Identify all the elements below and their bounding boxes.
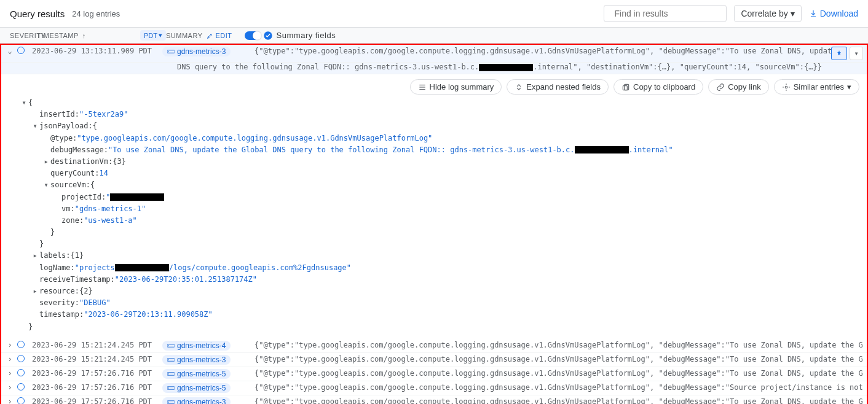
download-button[interactable]: Download: [809, 9, 858, 18]
similar-entries-button[interactable]: Similar entries ▾: [774, 79, 859, 95]
severity-indicator: [15, 355, 27, 364]
download-icon: [809, 9, 818, 18]
edit-summary-button[interactable]: EDIT: [207, 32, 232, 39]
find-input[interactable]: [614, 9, 722, 18]
summary-cell: {"@type":"type.googleapis.com/google.com…: [254, 397, 863, 404]
instance-icon: [167, 357, 175, 362]
pin-button[interactable]: [831, 47, 847, 60]
hide-log-summary-button[interactable]: Hide log summary: [410, 79, 502, 95]
expand-icon: [515, 83, 523, 91]
summary-cell: {"@type":"type.googleapis.com/google.com…: [254, 341, 863, 349]
svg-point-14: [168, 359, 170, 360]
sparkle-icon: [782, 83, 791, 91]
redacted-text: [110, 193, 164, 201]
svg-point-20: [168, 402, 170, 403]
timestamp-cell: 2023-06-29 15:21:24.245 PDT: [27, 341, 162, 349]
resource-chip[interactable]: gdns-metrics-5: [162, 369, 231, 379]
json-detail: ▾{ insertId: "-5texr2a9" ▾jsonPayload: {…: [1, 95, 867, 339]
chevron-down-icon: ▾: [847, 82, 851, 91]
summary-cell: {"@type":"type.googleapis.com/google.com…: [254, 355, 863, 363]
redacted-text: [479, 64, 533, 71]
col-severity: SEVERITY: [5, 32, 37, 39]
tree-toggle[interactable]: ▾: [42, 179, 50, 191]
severity-indicator: [15, 341, 27, 350]
log-row[interactable]: › 2023-06-29 17:57:26.716 PDT gdns-metri…: [1, 367, 867, 381]
expand-nested-button[interactable]: Expand nested fields: [507, 79, 609, 95]
timestamp-cell: 2023-06-29 17:57:26.716 PDT: [27, 397, 162, 404]
resource-chip[interactable]: gdns-metrics-3: [162, 397, 231, 404]
find-in-results[interactable]: [604, 5, 727, 22]
expand-icon[interactable]: ›: [5, 383, 15, 392]
timezone-button[interactable]: PDT ▾: [140, 30, 166, 41]
tree-toggle[interactable]: ▸: [42, 156, 50, 168]
detail-toolbar: Hide log summary Expand nested fields Co…: [1, 74, 867, 95]
redacted-text: [115, 264, 169, 271]
copy-clipboard-button[interactable]: Copy to clipboard: [614, 79, 703, 95]
list-icon: [418, 83, 427, 91]
row-menu-button[interactable]: ▾: [850, 47, 863, 60]
log-row[interactable]: › 2023-06-29 17:57:26.716 PDT gdns-metri…: [1, 395, 867, 404]
link-icon: [716, 83, 725, 91]
clipboard-icon: [621, 83, 630, 91]
page-title: Query results: [10, 9, 65, 19]
svg-point-4: [168, 51, 170, 52]
correlate-by-button[interactable]: Correlate by ▾: [734, 5, 801, 22]
summary-cell: {"@type":"type.googleapis.com/google.com…: [254, 369, 863, 378]
timestamp-cell: 2023-06-29 17:57:26.716 PDT: [27, 383, 162, 392]
instance-icon: [167, 49, 175, 54]
severity-indicator: [15, 47, 27, 56]
svg-point-16: [168, 373, 170, 375]
tree-toggle[interactable]: ▸: [31, 286, 39, 297]
instance-icon: [167, 371, 175, 376]
pencil-icon: [207, 32, 214, 39]
col-timestamp[interactable]: TIMESTAMP ↑ PDT ▾: [37, 30, 166, 41]
tree-toggle[interactable]: ▾: [20, 97, 28, 109]
resource-chip[interactable]: gdns-metrics-3: [162, 47, 231, 56]
svg-point-18: [168, 387, 170, 389]
expand-icon[interactable]: ›: [5, 369, 15, 378]
tree-toggle[interactable]: ▾: [31, 120, 39, 132]
svg-rect-8: [625, 84, 629, 90]
resource-chip[interactable]: gdns-metrics-5: [162, 383, 231, 393]
summary-continuation: DNS query to the following Zonal FQDN:: …: [1, 63, 867, 74]
expand-icon[interactable]: ›: [5, 355, 15, 363]
severity-indicator: [15, 397, 27, 404]
collapse-icon[interactable]: ⌄: [5, 47, 15, 55]
severity-indicator: [15, 369, 27, 378]
svg-point-10: [785, 86, 787, 88]
log-row[interactable]: › 2023-06-29 15:21:24.245 PDT gdns-metri…: [1, 353, 867, 367]
chevron-down-icon: ▾: [791, 9, 795, 18]
columns-header: SEVERITY TIMESTAMP ↑ PDT ▾ SUMMARY EDIT …: [0, 28, 868, 44]
summary-cell: {"@type":"type.googleapis.com/google.com…: [254, 383, 863, 392]
tree-toggle[interactable]: ▸: [31, 250, 39, 262]
log-row[interactable]: › 2023-06-29 17:57:26.716 PDT gdns-metri…: [1, 381, 867, 395]
timestamp-cell: 2023-06-29 13:13:11.909 PDT: [27, 47, 162, 55]
col-summary: SUMMARY: [166, 32, 203, 39]
chevron-down-icon: ▾: [159, 31, 162, 39]
svg-rect-9: [623, 85, 627, 90]
summary-cell: {"@type":"type.googleapis.com/google.com…: [254, 47, 831, 55]
timestamp-cell: 2023-06-29 17:57:26.716 PDT: [27, 369, 162, 378]
svg-point-12: [168, 345, 170, 346]
instance-icon: [167, 343, 175, 348]
top-bar: Query results 24 log entries Correlate b…: [0, 0, 868, 28]
severity-indicator: [15, 383, 27, 392]
timestamp-cell: 2023-06-29 15:21:24.245 PDT: [27, 355, 162, 363]
log-row[interactable]: › 2023-06-29 15:21:24.245 PDT gdns-metri…: [1, 339, 867, 353]
expand-icon[interactable]: ›: [5, 341, 15, 349]
summary-fields-label: Summary fields: [277, 31, 336, 40]
check-badge-icon: [263, 31, 273, 41]
copy-link-button[interactable]: Copy link: [708, 79, 768, 95]
pin-icon: [835, 50, 843, 57]
correlate-label: Correlate by: [741, 9, 787, 18]
resource-chip[interactable]: gdns-metrics-3: [162, 355, 231, 365]
log-row-expanded[interactable]: ⌄ 2023-06-29 13:13:11.909 PDT gdns-metri…: [1, 45, 867, 63]
instance-icon: [167, 400, 175, 404]
sort-asc-icon: ↑: [82, 32, 86, 39]
redacted-text: [575, 146, 629, 153]
resource-chip[interactable]: gdns-metrics-4: [162, 341, 231, 351]
expand-icon[interactable]: ›: [5, 397, 15, 404]
summary-fields-toggle[interactable]: [245, 31, 261, 40]
entry-count: 24 log entries: [72, 9, 120, 18]
instance-icon: [167, 386, 175, 390]
